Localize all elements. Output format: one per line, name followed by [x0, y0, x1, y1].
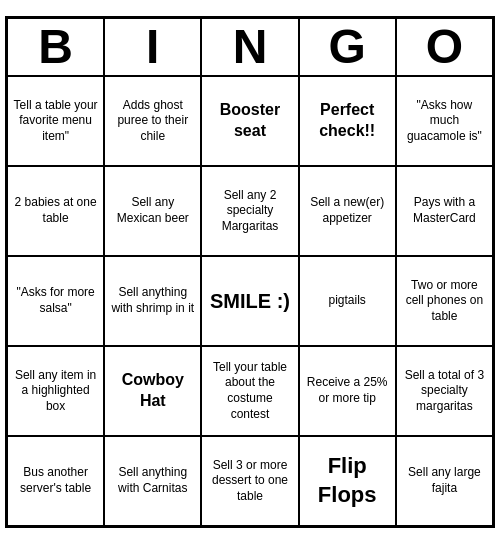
bingo-grid: Tell a table your favorite menu item"Add… — [7, 76, 493, 526]
bingo-cell: Perfect check!! — [299, 76, 396, 166]
header-letter: G — [299, 18, 396, 76]
bingo-cell: Cowboy Hat — [104, 346, 201, 436]
bingo-cell: 2 babies at one table — [7, 166, 104, 256]
bingo-cell: Flip Flops — [299, 436, 396, 526]
bingo-cell: Two or more cell phones on table — [396, 256, 493, 346]
bingo-cell: Booster seat — [201, 76, 298, 166]
bingo-cell: Sell a new(er) appetizer — [299, 166, 396, 256]
bingo-cell: "Asks for more salsa" — [7, 256, 104, 346]
bingo-cell: Sell a total of 3 specialty margaritas — [396, 346, 493, 436]
header-letter: O — [396, 18, 493, 76]
bingo-cell: Sell anything with shrimp in it — [104, 256, 201, 346]
bingo-cell: Sell any large fajita — [396, 436, 493, 526]
bingo-cell: Sell any 2 specialty Margaritas — [201, 166, 298, 256]
bingo-card: BINGO Tell a table your favorite menu it… — [5, 16, 495, 528]
bingo-cell: Receive a 25% or more tip — [299, 346, 396, 436]
bingo-header: BINGO — [7, 18, 493, 76]
bingo-cell: "Asks how much guacamole is" — [396, 76, 493, 166]
bingo-cell: Tell your table about the costume contes… — [201, 346, 298, 436]
header-letter: N — [201, 18, 298, 76]
bingo-cell: pigtails — [299, 256, 396, 346]
bingo-cell: Sell 3 or more dessert to one table — [201, 436, 298, 526]
bingo-cell: Adds ghost puree to their chile — [104, 76, 201, 166]
bingo-cell: SMILE :) — [201, 256, 298, 346]
header-letter: B — [7, 18, 104, 76]
bingo-cell: Tell a table your favorite menu item" — [7, 76, 104, 166]
header-letter: I — [104, 18, 201, 76]
bingo-cell: Sell any item in a highlighted box — [7, 346, 104, 436]
bingo-cell: Sell anything with Carnitas — [104, 436, 201, 526]
bingo-cell: Sell any Mexican beer — [104, 166, 201, 256]
bingo-cell: Pays with a MasterCard — [396, 166, 493, 256]
bingo-cell: Bus another server's table — [7, 436, 104, 526]
